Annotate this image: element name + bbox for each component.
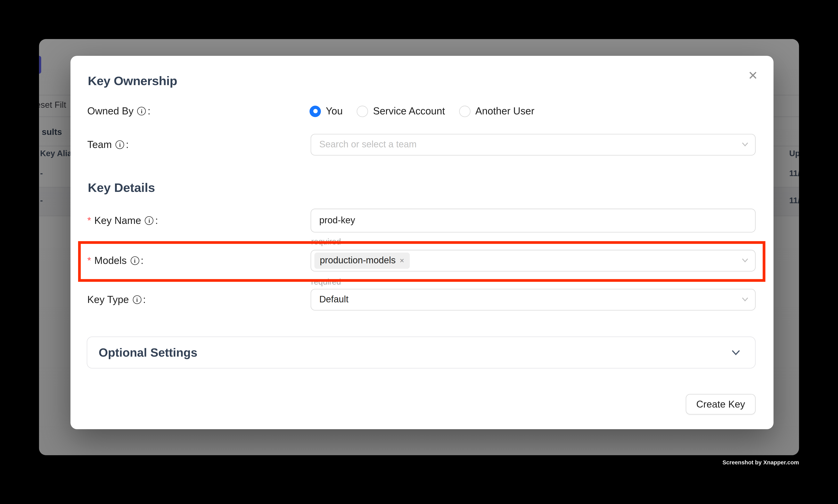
key-name-input[interactable]: [319, 215, 735, 226]
radio-option-service-account[interactable]: Service Account: [357, 105, 445, 117]
required-asterisk: *: [87, 255, 91, 266]
key-name-required-error: required: [311, 237, 341, 246]
chevron-down-icon: [742, 298, 748, 302]
chevron-down-icon: [732, 350, 740, 355]
radio-option-you[interactable]: You: [309, 105, 343, 117]
radio-label: Service Account: [373, 105, 445, 117]
key-type-label: Key Type i :: [87, 292, 146, 307]
owned-by-label-text: Owned By: [87, 105, 133, 117]
models-select[interactable]: production-models ✕: [310, 250, 755, 271]
info-icon: i: [133, 295, 141, 304]
selected-model-tag: production-models ✕: [314, 253, 410, 269]
info-icon: i: [137, 107, 146, 115]
key-details-heading: Key Details: [88, 180, 155, 195]
team-select[interactable]: Search or select a team: [310, 134, 755, 156]
owned-by-radio-group: You Service Account Another User: [309, 104, 534, 119]
radio-unselected-icon: [357, 105, 368, 117]
key-type-label-text: Key Type: [87, 294, 129, 306]
radio-unselected-icon: [459, 105, 470, 117]
label-colon: :: [155, 215, 158, 227]
key-type-select[interactable]: Default: [310, 289, 755, 310]
optional-settings-title: Optional Settings: [99, 345, 197, 360]
optional-settings-toggle[interactable]: Optional Settings: [87, 337, 755, 368]
label-colon: :: [143, 294, 146, 306]
chevron-down-icon: [742, 143, 748, 147]
radio-option-another-user[interactable]: Another User: [459, 105, 534, 117]
watermark-text: Screenshot by Xnapper.com: [723, 459, 799, 465]
label-colon: :: [148, 105, 150, 117]
create-key-modal: Key Ownership ✕ Owned By i : You Service…: [70, 56, 773, 429]
chevron-down-icon: [742, 258, 748, 263]
models-required-error: required: [311, 277, 341, 286]
label-colon: :: [126, 139, 129, 151]
owned-by-label: Owned By i :: [87, 104, 150, 119]
team-label-text: Team: [87, 139, 112, 151]
radio-label: Another User: [475, 105, 534, 117]
screenshot-stage: eset Filt sults Key Alias Up - 11/ - 11/…: [0, 0, 838, 504]
models-label-text: Models: [94, 255, 127, 267]
create-key-button[interactable]: Create Key: [686, 394, 755, 414]
tag-remove-icon[interactable]: ✕: [399, 257, 405, 264]
key-name-input-wrap: [310, 209, 755, 233]
model-tag-text: production-models: [320, 255, 396, 266]
radio-selected-icon: [309, 105, 321, 117]
info-icon: i: [115, 140, 124, 149]
key-name-label-text: Key Name: [94, 215, 141, 227]
radio-label: You: [326, 105, 343, 117]
required-asterisk: *: [87, 215, 91, 226]
team-select-placeholder: Search or select a team: [319, 139, 416, 150]
team-label: Team i :: [87, 137, 129, 152]
info-icon: i: [145, 216, 154, 225]
key-type-value: Default: [319, 294, 349, 305]
info-icon: i: [130, 256, 139, 265]
modal-title: Key Ownership: [88, 74, 177, 88]
key-name-label: * Key Name i :: [87, 213, 158, 228]
close-icon[interactable]: ✕: [745, 68, 761, 84]
label-colon: :: [141, 255, 143, 267]
models-label: * Models i :: [87, 253, 143, 268]
